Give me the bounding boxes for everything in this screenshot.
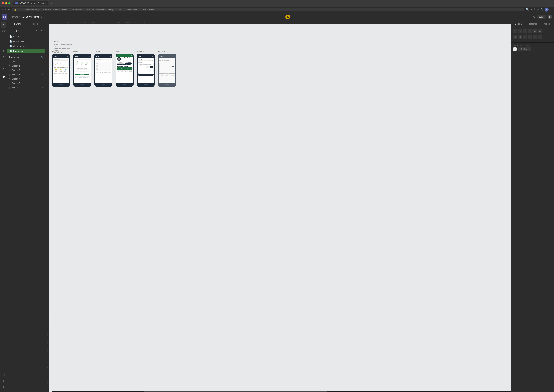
align-left-button[interactable]: ⊢: [513, 29, 517, 34]
cover-page-label: Cover: [13, 35, 19, 38]
screen-2-frame[interactable]: Screen-2 Logo ≡ Grow your professional n…: [73, 51, 91, 87]
image-tool-button[interactable]: ⬔: [1, 54, 6, 60]
screen-5-layer-item[interactable]: ⬚ Screen-5 ▾: [7, 81, 45, 85]
typography-tool-button[interactable]: Ag: [1, 372, 6, 378]
screen-5-frame[interactable]: Screen-5 Logo ≡ Message Bearaldine What …: [137, 51, 155, 87]
file-name[interactable]: NAVIOS Wireframe: [21, 16, 39, 18]
dist-h-button[interactable]: ⊠: [513, 35, 517, 39]
back-button[interactable]: ‹: [2, 8, 3, 12]
screen-5-mockup[interactable]: Logo ≡ Message Bearaldine What is your m…: [137, 54, 155, 87]
how-to-use-page-item[interactable]: 📄 How to use: [7, 39, 45, 44]
browser-tab[interactable]: NAVIOS Wireframe - Penpot ×: [14, 1, 48, 5]
frame-tool-button[interactable]: ⬚: [1, 28, 6, 34]
cover-page-item[interactable]: 📄 Cover: [7, 34, 45, 39]
canvas-content[interactable]: Pro tip Go to the 'Prototype' tab on the…: [49, 24, 511, 392]
screen-1-expand[interactable]: ▾: [42, 65, 43, 67]
align-top-button[interactable]: ⊥: [528, 29, 532, 34]
canvas-bg-color-swatch[interactable]: [513, 47, 517, 51]
refresh-button[interactable]: ⟳: [8, 8, 11, 12]
history-icon[interactable]: ⟲: [533, 15, 535, 18]
layer-expand-arrow[interactable]: ▾: [42, 61, 43, 63]
canvas-area[interactable]: 0 250 500 750 1000 1250 1500 1750 2000 2…: [45, 21, 511, 392]
play-icon: ▶: [549, 16, 551, 18]
screen-4-frame[interactable]: Screen-4 ✓ Bearaldine is now in your con…: [116, 51, 134, 87]
screen-3-expand[interactable]: ▾: [42, 74, 43, 76]
comment-tool-button[interactable]: 💬: [1, 74, 6, 80]
align-center-v-button[interactable]: ⊞: [533, 29, 537, 34]
download-icon[interactable]: ⬇: [534, 8, 536, 12]
ruler-mark-2000: 2000: [117, 21, 120, 23]
screen-3-frame[interactable]: Screen-3 Logo ≡ Search people... 🔍: [95, 51, 112, 87]
minimize-dot[interactable]: [5, 2, 7, 5]
assets-tab[interactable]: Assets: [26, 21, 44, 27]
select-tool-button[interactable]: ↖: [1, 22, 6, 28]
breadcrumb-drafts[interactable]: Drafts: [12, 16, 18, 18]
pencil-tool-button[interactable]: ✏: [1, 60, 6, 65]
forward-button[interactable]: ›: [5, 8, 7, 12]
add-page-button[interactable]: +: [35, 28, 39, 32]
screen-4-expand[interactable]: ▾: [42, 78, 43, 80]
browser-menu-icon[interactable]: ⋮: [550, 8, 552, 12]
canvas-bg-hex-input[interactable]: [518, 47, 531, 51]
accounts-icon[interactable]: ⧉: [537, 8, 539, 12]
components-page-item[interactable]: 📄 Components: [7, 44, 45, 49]
screen-6-layer-item[interactable]: ⬚ Screen-6 ▾: [7, 85, 45, 90]
zoom-control[interactable]: 32% ▾: [537, 15, 546, 19]
fill-tool-button[interactable]: ◉: [1, 378, 6, 383]
close-dot[interactable]: [2, 2, 4, 5]
file-share-icon[interactable]: ⊡: [41, 16, 42, 18]
screen-5-expand[interactable]: ▾: [42, 82, 43, 84]
align-center-h-button[interactable]: ⊣: [518, 29, 522, 34]
new-tab-button[interactable]: +: [51, 2, 52, 5]
screen-6-mockup[interactable]: Logo Message Bearaldine What is your mes…: [158, 54, 176, 87]
screen-2-expand[interactable]: ▾: [42, 70, 43, 71]
tag-hunting: Hunting ×: [117, 64, 122, 65]
tab-close-button[interactable]: ×: [45, 2, 46, 4]
screen-6-expand[interactable]: ▾: [42, 87, 43, 89]
screen-4-mockup[interactable]: ✓ Bearaldine is now in your contact list…: [116, 54, 134, 87]
maximize-dot[interactable]: [8, 2, 10, 5]
ellipse-tool-button[interactable]: ○: [1, 40, 6, 45]
screen-4-layer-item[interactable]: ⬚ Screen-4 ▾: [7, 77, 45, 81]
prototype-tab[interactable]: Prototype: [525, 21, 540, 27]
align-bottom-button[interactable]: ⊟: [538, 29, 542, 34]
bookmark-icon[interactable]: ★: [530, 8, 533, 12]
result-2: Ballarin Lastrainge Actor: [96, 65, 111, 68]
canvas-scrollbar[interactable]: [52, 391, 511, 392]
screen-6-frame[interactable]: Screen-6 Logo Message Bearaldine What is…: [158, 51, 176, 87]
address-bar[interactable]: 🔒 penpot.navios.biz/#/workspace/d9bb0b2b…: [12, 8, 525, 11]
design-tab[interactable]: Design: [511, 21, 525, 27]
screen-1-mockup[interactable]: Logo ≡ Search people...: [52, 54, 70, 87]
extensions-icon[interactable]: 🔧: [540, 8, 544, 12]
path-tool-button[interactable]: ✒: [1, 66, 6, 71]
rect-tool-button[interactable]: ▭: [1, 34, 6, 39]
dist-eq-v-button[interactable]: ╪: [528, 35, 532, 39]
text-3-layer-item[interactable]: A Text-3 ▾: [7, 60, 45, 64]
browser-search-icon[interactable]: 🔍: [526, 8, 529, 12]
examples-page-item[interactable]: 📄 Examples: [7, 49, 45, 53]
screen-2-layer-item[interactable]: ⬚ Screen-2 ▾: [7, 68, 45, 72]
user-avatar[interactable]: S: [545, 8, 548, 12]
scrollbar-thumb[interactable]: [144, 391, 327, 392]
dist-v-button[interactable]: ⊡: [518, 35, 522, 39]
screen-1-frame[interactable]: Screen-1 Logo ≡ Search people...: [52, 51, 70, 87]
screen-2-mockup[interactable]: Logo ≡ Grow your professional network: [73, 54, 91, 87]
flip-h-button[interactable]: ⟺: [533, 35, 537, 39]
ruler-v-mark-1000: 1000: [46, 326, 49, 327]
play-button[interactable]: ▶: [548, 15, 552, 19]
screen-1-layer-item[interactable]: ⬚ Screen-1 ▾: [7, 64, 45, 68]
text-tool-button[interactable]: A: [1, 48, 6, 54]
collapse-pages-button[interactable]: ‹: [9, 28, 13, 32]
grid-tool-button[interactable]: ⊞: [1, 384, 6, 389]
flip-v-button[interactable]: ⟵: [538, 35, 542, 39]
dist-eq-h-button[interactable]: ╫: [523, 35, 527, 39]
browser-expand-icon[interactable]: ⌄: [550, 2, 552, 5]
expand-pages-button[interactable]: ▾: [40, 28, 43, 32]
layers-tab[interactable]: Layers: [9, 21, 26, 27]
header-menu-button[interactable]: ⋯: [9, 16, 11, 18]
screen-3-mockup[interactable]: Logo ≡ Search people... 🔍 37 Results: [95, 54, 112, 87]
inspect-tab[interactable]: Inspect: [540, 21, 554, 27]
align-right-button[interactable]: ⊤: [523, 29, 527, 34]
screen-3-layer-item[interactable]: ⬚ Screen-3 ▾: [7, 72, 45, 77]
layers-search-button[interactable]: 🔍: [41, 56, 43, 58]
